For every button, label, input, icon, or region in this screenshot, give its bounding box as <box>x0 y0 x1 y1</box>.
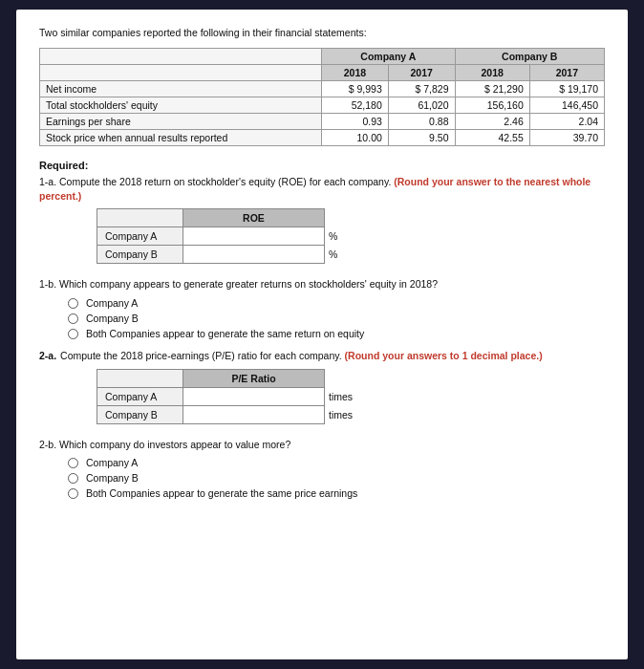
financial-table: Company A Company B 2018 2017 2018 2017 … <box>39 48 605 146</box>
pe-row: Company B times <box>97 405 361 423</box>
fin-a2017-1: 61,020 <box>388 97 455 114</box>
radio-circle <box>68 458 78 468</box>
company-a-header: Company A <box>322 49 455 65</box>
pe-row: Company A times <box>97 387 361 405</box>
main-page: Two similar companies reported the follo… <box>16 10 628 659</box>
roe-input-1[interactable] <box>183 246 325 264</box>
radio-circle <box>68 329 78 339</box>
fin-b2018-3: 42.55 <box>455 130 529 146</box>
fin-label-1: Total stockholders' equity <box>40 97 322 114</box>
q2a-container: 2-a. Compute the 2018 price-earnings (P/… <box>39 349 605 363</box>
empty-header <box>40 49 322 65</box>
pe-input-0[interactable] <box>183 387 325 405</box>
roe-table: ROE Company A % Company B % <box>97 208 360 264</box>
fin-label-0: Net income <box>40 81 322 97</box>
fin-row: Total stockholders' equity 52,180 61,020… <box>40 97 605 114</box>
pe-empty-header <box>97 369 183 387</box>
fin-a2018-0: $ 9,993 <box>322 81 389 97</box>
q2a-num: 2-a. <box>39 349 56 363</box>
radio-circle <box>68 488 78 499</box>
roe-unit-1: % <box>325 246 360 264</box>
radio-label: Both Companies appear to generate the sa… <box>86 487 357 499</box>
roe-row: Company A % <box>97 227 360 246</box>
fin-a2017-0: $ 7,829 <box>388 81 455 97</box>
required-label: Required: <box>39 160 605 171</box>
q1b-option-0[interactable]: Company A <box>68 297 605 309</box>
radio-label: Company A <box>86 457 138 468</box>
q2a-text: Compute the 2018 price-earnings (P/E) ra… <box>60 349 543 363</box>
q2b-options: Company A Company B Both Companies appea… <box>68 457 605 499</box>
radio-circle <box>68 313 78 324</box>
roe-input-0[interactable] <box>183 227 325 246</box>
a-year2-header: 2017 <box>388 65 455 81</box>
q2b-option-2[interactable]: Both Companies appear to generate the sa… <box>68 487 605 499</box>
b-year2-header: 2017 <box>529 65 604 81</box>
radio-circle <box>68 473 78 484</box>
q1b-label: 1-b. Which company appears to generate g… <box>39 277 605 291</box>
q1b-option-1[interactable]: Company B <box>68 313 605 324</box>
fin-a2017-2: 0.88 <box>388 114 455 130</box>
fin-b2017-1: 146,450 <box>529 97 604 114</box>
b-year1-header: 2018 <box>455 65 529 81</box>
fin-b2018-0: $ 21,290 <box>455 81 529 97</box>
roe-company-0: Company A <box>97 227 183 246</box>
fin-b2017-3: 39.70 <box>529 130 604 146</box>
q1b-option-2[interactable]: Both Companies appear to generate the sa… <box>68 328 605 339</box>
pe-company-0: Company A <box>97 387 183 405</box>
roe-company-1: Company B <box>97 246 183 264</box>
q1a-text: 1-a. Compute the 2018 return on stockhol… <box>39 176 391 187</box>
fin-b2017-2: 2.04 <box>529 114 604 130</box>
fin-a2018-2: 0.93 <box>322 114 389 130</box>
fin-row: Stock price when annual results reported… <box>40 130 605 146</box>
roe-empty-header <box>97 209 183 227</box>
fin-label-2: Earnings per share <box>40 114 322 130</box>
roe-header: ROE <box>183 209 325 227</box>
pe-table: P/E Ratio Company A times Company B time… <box>97 369 361 424</box>
fin-b2018-1: 156,160 <box>455 97 529 114</box>
intro-text: Two similar companies reported the follo… <box>39 27 605 38</box>
fin-row: Net income $ 9,993 $ 7,829 $ 21,290 $ 19… <box>40 81 605 97</box>
radio-label: Company B <box>86 313 139 324</box>
q1b-options: Company A Company B Both Companies appea… <box>68 297 605 339</box>
company-b-header: Company B <box>455 49 604 65</box>
fin-a2018-3: 10.00 <box>322 130 389 146</box>
fin-row: Earnings per share 0.93 0.88 2.46 2.04 <box>40 114 605 130</box>
roe-row: Company B % <box>97 246 360 264</box>
roe-unit-0: % <box>325 227 360 246</box>
pe-company-1: Company B <box>97 405 183 423</box>
a-year1-header: 2018 <box>322 65 389 81</box>
q2b-label: 2-b. Which company do investors appear t… <box>39 438 605 452</box>
q2b-option-0[interactable]: Company A <box>68 457 605 468</box>
radio-label: Company B <box>86 472 139 484</box>
radio-circle <box>68 298 78 309</box>
pe-unit-0: times <box>325 387 361 405</box>
q2b-option-1[interactable]: Company B <box>68 472 605 484</box>
q1a-label: 1-a. Compute the 2018 return on stockhol… <box>39 175 605 203</box>
fin-b2017-0: $ 19,170 <box>529 81 604 97</box>
radio-label: Both Companies appear to generate the sa… <box>86 328 364 339</box>
pe-unit-1: times <box>325 405 361 423</box>
fin-label-3: Stock price when annual results reported <box>40 130 322 146</box>
fin-b2018-2: 2.46 <box>455 114 529 130</box>
pe-input-1[interactable] <box>183 405 325 423</box>
fin-a2017-3: 9.50 <box>388 130 455 146</box>
fin-a2018-1: 52,180 <box>322 97 389 114</box>
pe-header: P/E Ratio <box>183 369 325 387</box>
radio-label: Company A <box>86 297 138 309</box>
